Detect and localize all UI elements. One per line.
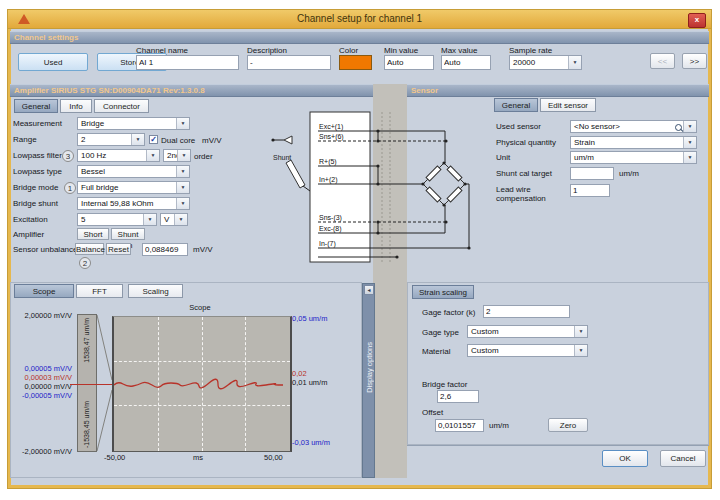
- min-value-input[interactable]: [384, 55, 434, 70]
- lead-wire-input[interactable]: [570, 184, 610, 197]
- excitation-dropdown[interactable]: 5 ▼: [77, 213, 157, 226]
- trace-level-marker: [70, 384, 112, 385]
- lowpass-filter-dropdown[interactable]: 100 Hz ▼: [77, 149, 160, 162]
- lowpass-type-label: Lowpass type: [13, 167, 62, 176]
- reset-button[interactable]: Reset: [106, 243, 131, 255]
- offset-label: Offset: [422, 408, 443, 417]
- collapse-strip-button[interactable]: ◄: [364, 285, 374, 295]
- scope-title: Scope: [112, 303, 288, 312]
- gage-type-value: Custom: [471, 327, 499, 336]
- annotation-3: 3: [62, 150, 74, 162]
- tab-scope[interactable]: Scope: [14, 284, 74, 298]
- sample-rate-label: Sample rate: [509, 46, 552, 55]
- shunt-on-button[interactable]: Shunt on: [111, 228, 145, 240]
- tab-fft[interactable]: FFT: [76, 284, 123, 298]
- dialog-titlebar: Channel setup for channel 1 x: [8, 10, 711, 29]
- search-icon: [675, 124, 682, 131]
- offset-input[interactable]: [435, 419, 484, 432]
- tab-scaling[interactable]: Scaling: [128, 284, 183, 298]
- gage-factor-input[interactable]: [483, 305, 570, 318]
- unit-label: Unit: [496, 153, 510, 162]
- scope-yright-top: 0,05 um/m: [292, 314, 327, 323]
- tab-strain-scaling[interactable]: Strain scaling: [412, 285, 474, 299]
- tab-amplifier-connector[interactable]: Connector: [94, 99, 149, 113]
- description-input[interactable]: [247, 55, 331, 70]
- screenshot-root: Channel setup for channel 1 x Channel se…: [0, 0, 720, 500]
- chevron-down-icon: ▼: [683, 137, 696, 148]
- scope-xmax-label: 50,00: [264, 453, 283, 462]
- annotation-2: 2: [79, 257, 91, 269]
- scope-yright-black: 0,01 um/m: [292, 378, 327, 387]
- used-button[interactable]: Used: [18, 53, 88, 71]
- unbalance-value-input[interactable]: [142, 243, 188, 256]
- sensor-header: Sensor: [407, 84, 709, 97]
- scope-range-bar[interactable]: 1538,47 um/m -1538,45 um/m: [77, 314, 97, 452]
- chevron-down-icon: ▼: [176, 166, 189, 177]
- tab-sensor-general[interactable]: General: [494, 98, 538, 112]
- scope-trace: [114, 317, 290, 451]
- scope-yright-bottom: -0,03 um/m: [292, 438, 330, 447]
- max-value-input[interactable]: [441, 55, 491, 70]
- bridge-mode-dropdown[interactable]: Full bridge ▼: [77, 181, 190, 194]
- channel-name-input[interactable]: [136, 55, 239, 70]
- bridge-factor-input[interactable]: [437, 390, 479, 403]
- shunt-switch-icon: [286, 160, 305, 188]
- display-options-strip[interactable]: Display options: [362, 283, 375, 478]
- ok-button[interactable]: OK: [602, 450, 648, 467]
- close-button[interactable]: x: [688, 13, 706, 28]
- physical-quantity-dropdown[interactable]: Strain ▼: [570, 136, 697, 149]
- used-sensor-label: Used sensor: [496, 122, 541, 131]
- terminal-in-minus: In-(7): [319, 240, 336, 248]
- range-bar-bottom-label: -1538,45 um/m: [83, 401, 90, 448]
- bridge-mode-label: Bridge mode: [13, 183, 58, 192]
- lowpass-filter-value: 100 Hz: [81, 151, 106, 160]
- cancel-button[interactable]: Cancel: [660, 450, 706, 467]
- lowpass-type-dropdown[interactable]: Bessel ▼: [77, 165, 190, 178]
- balance-button[interactable]: Balance: [75, 243, 104, 255]
- measurement-dropdown[interactable]: Bridge ▼: [77, 117, 190, 130]
- bridge-shunt-dropdown[interactable]: Internal 59,88 kOhm ▼: [77, 197, 190, 210]
- channel-name-label: Channel name: [136, 46, 188, 55]
- filter-order-dropdown[interactable]: 2nd ▼: [163, 149, 191, 162]
- tab-edit-sensor[interactable]: Edit sensor: [540, 98, 596, 112]
- terminal-r-plus: R+(5): [319, 158, 337, 166]
- excitation-unit-value: V: [164, 215, 169, 224]
- dual-core-checkbox[interactable]: ✓: [149, 135, 158, 144]
- material-dropdown[interactable]: Custom ▼: [467, 344, 588, 357]
- chevron-down-icon: ▼: [176, 118, 189, 129]
- range-dropdown[interactable]: 2 ▼: [77, 133, 145, 146]
- prev-channel-button[interactable]: <<: [650, 53, 675, 69]
- used-sensor-dropdown[interactable]: <No sensor> ▼: [570, 120, 697, 133]
- gage-type-label: Gage type: [422, 328, 459, 337]
- amplifier-input-icon: [284, 136, 292, 144]
- channel-color-swatch[interactable]: [339, 55, 372, 70]
- max-value-label: Max value: [441, 46, 477, 55]
- sample-rate-dropdown[interactable]: 20000 ▼: [509, 55, 582, 70]
- range-value: 2: [81, 135, 85, 144]
- range-bar-top-label: 1538,47 um/m: [83, 318, 90, 363]
- chevron-down-icon: ▼: [574, 326, 587, 337]
- bridge-shunt-value: Internal 59,88 kOhm: [81, 199, 153, 208]
- order-label: order: [194, 152, 213, 161]
- tab-amplifier-info[interactable]: Info: [60, 99, 92, 113]
- physical-quantity-label: Physical quantity: [496, 138, 556, 147]
- sample-rate-value: 20000: [513, 58, 535, 67]
- excitation-unit-dropdown[interactable]: V ▼: [160, 213, 188, 226]
- sensor-unbalance-label: Sensor unbalance: [13, 245, 78, 254]
- material-label: Material: [422, 347, 450, 356]
- gage-type-dropdown[interactable]: Custom ▼: [467, 325, 588, 338]
- lead-wire-label-line1: Lead wire: [496, 185, 531, 194]
- chevron-down-icon: ▼: [174, 214, 187, 225]
- shunt-cal-target-input[interactable]: [570, 167, 614, 180]
- zero-button[interactable]: Zero: [548, 418, 588, 432]
- unit-dropdown[interactable]: um/m ▼: [570, 151, 697, 164]
- tab-amplifier-general[interactable]: General: [14, 99, 58, 113]
- next-channel-button[interactable]: >>: [682, 53, 707, 69]
- unit-value: um/m: [574, 153, 594, 162]
- range-unit-label: mV/V: [202, 136, 222, 145]
- shunt-cal-target-label: Shunt cal target: [496, 169, 552, 178]
- chevron-down-icon: ▼: [574, 345, 587, 356]
- physical-quantity-value: Strain: [574, 138, 595, 147]
- short-on-button[interactable]: Short on: [77, 228, 109, 240]
- scope-xmin-label: -50,00: [104, 453, 125, 462]
